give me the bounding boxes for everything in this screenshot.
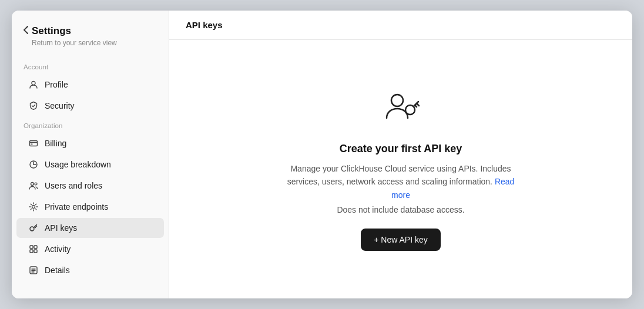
svg-rect-9 [34,246,37,248]
svg-rect-1 [30,141,38,146]
svg-point-4 [31,183,34,186]
new-api-key-button[interactable]: + New API key [361,229,440,251]
activity-label: Activity [45,244,71,254]
svg-point-7 [30,227,34,231]
api-icon [28,223,39,233]
private-endpoints-label: Private endpoints [45,202,108,211]
usage-label: Usage breakdown [45,160,111,169]
activity-icon [28,244,39,254]
sidebar-item-profile[interactable]: Profile [16,75,164,95]
sidebar-header: Settings Return to your service view [12,25,169,58]
main-header: API keys [169,11,632,40]
section-label-account: Account [12,58,169,74]
sidebar-item-users-and-roles[interactable]: Users and roles [16,176,164,196]
section-label-organization: Organization [12,116,169,133]
main-body: Create your first API key Manage your Cl… [169,40,632,298]
sidebar-item-billing[interactable]: Billing [16,133,164,153]
api-keys-label: API keys [45,223,77,233]
billing-icon [28,138,39,149]
sidebar-item-api-keys[interactable]: API keys [16,218,164,238]
sidebar-item-details[interactable]: Details [16,260,164,280]
sidebar-item-security[interactable]: Security [16,96,164,116]
svg-rect-11 [34,250,37,253]
profile-label: Profile [45,80,68,89]
person-icon [28,79,39,90]
details-icon [28,265,39,276]
sidebar: Settings Return to your service view Acc… [12,11,169,298]
sidebar-item-private-endpoints[interactable]: Private endpoints [16,197,164,217]
usage-icon [28,159,39,170]
svg-rect-10 [30,250,33,253]
sidebar-item-activity[interactable]: Activity [16,239,164,259]
back-button[interactable] [24,25,32,36]
main-description: Manage your ClickHouse Cloud service usi… [277,162,524,201]
users-roles-label: Users and roles [45,181,102,190]
sidebar-title-block: Settings Return to your service view [32,25,117,47]
endpoints-icon [28,201,39,212]
svg-point-0 [32,82,35,85]
users-icon [28,180,39,191]
sidebar-title: Settings [32,25,117,38]
main-title: Create your first API key [340,143,462,155]
billing-label: Billing [45,139,66,148]
main-content: API keys Create your first API key Manag… [169,11,632,298]
svg-rect-8 [30,246,33,248]
app-window: Settings Return to your service view Acc… [12,11,632,298]
sidebar-subtitle: Return to your service view [32,39,117,47]
details-label: Details [45,266,70,275]
api-keys-illustration [380,88,422,132]
security-label: Security [45,101,75,110]
sidebar-item-usage-breakdown[interactable]: Usage breakdown [16,154,164,174]
shield-icon [28,100,39,111]
svg-point-5 [35,183,37,185]
svg-point-13 [391,95,403,106]
main-note: Does not include database access. [337,205,464,214]
svg-rect-2 [31,144,33,145]
svg-point-6 [32,206,35,209]
